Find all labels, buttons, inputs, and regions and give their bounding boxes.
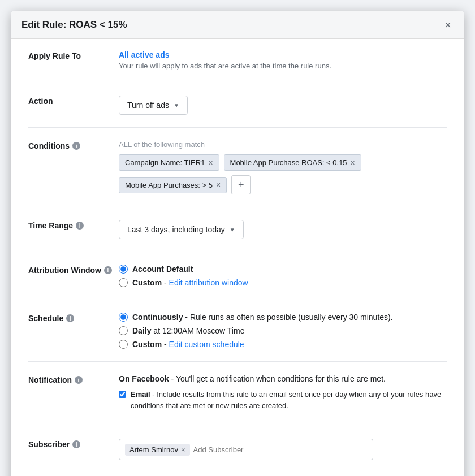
divider-7 (28, 426, 447, 426)
apply-rule-subtext: Your rule will apply to ads that are act… (119, 62, 447, 70)
schedule-daily-radio[interactable] (119, 326, 128, 335)
condition-tag-purchases-remove[interactable]: × (216, 181, 221, 189)
subscriber-tag-remove[interactable]: × (181, 445, 185, 454)
notification-row: Notification i On Facebook - You'll get … (28, 374, 447, 413)
notification-label: Notification i (28, 374, 119, 384)
time-range-content: Last 3 days, including today ▼ (119, 220, 447, 239)
subscriber-text-input[interactable] (193, 445, 367, 454)
attribution-window-options: Account Default Custom - Edit attributio… (119, 265, 447, 287)
divider-1 (28, 83, 447, 83)
subscriber-label: Subscriber i (28, 439, 119, 449)
notification-email-text: Email - Include results from this rule t… (131, 389, 447, 411)
modal-body: Apply Rule To All active ads Your rule w… (11, 39, 464, 476)
attribution-account-default-radio[interactable] (119, 265, 128, 274)
attribution-custom-radio[interactable] (119, 278, 128, 287)
close-button[interactable]: × (442, 19, 454, 31)
apply-rule-content: All active ads Your rule will apply to a… (119, 50, 447, 70)
modal-title: Edit Rule: ROAS < 15% (21, 19, 127, 31)
schedule-continuously-radio[interactable] (119, 313, 128, 322)
notification-info-icon[interactable]: i (75, 376, 83, 384)
divider-5 (28, 300, 447, 300)
condition-tag-purchases: Mobile App Purchases: > 5 × (119, 177, 227, 193)
condition-tags: Campaign Name: TIER1 × Mobile App Purcha… (119, 154, 447, 194)
action-dropdown[interactable]: Turn off ads ▼ (119, 96, 188, 115)
attribution-window-content: Account Default Custom - Edit attributio… (119, 265, 447, 287)
divider-3 (28, 207, 447, 207)
condition-tag-campaign-remove[interactable]: × (208, 159, 213, 167)
schedule-custom-link[interactable]: Edit custom schedule (169, 340, 244, 349)
schedule-content: Continuously - Rule runs as often as pos… (119, 313, 447, 349)
attribution-custom-option[interactable]: Custom - Edit attribution window (119, 278, 447, 287)
add-condition-button[interactable]: + (231, 175, 251, 194)
subscriber-content: Artem Smirnov × (119, 439, 447, 460)
notification-email-checkbox[interactable] (119, 390, 126, 399)
divider-6 (28, 361, 447, 362)
subscriber-tag: Artem Smirnov × (125, 444, 190, 456)
attribution-account-default-option[interactable]: Account Default (119, 265, 447, 274)
schedule-options: Continuously - Rule runs as often as pos… (119, 313, 447, 349)
attribution-custom-link[interactable]: Edit attribution window (169, 278, 248, 287)
subscriber-input-container[interactable]: Artem Smirnov × (119, 439, 373, 460)
schedule-label: Schedule i (28, 313, 119, 323)
schedule-continuously-label: Continuously - Rule runs as often as pos… (132, 313, 393, 322)
attribution-custom-label: Custom - Edit attribution window (132, 278, 248, 287)
conditions-content: ALL of the following match Campaign Name… (119, 140, 447, 194)
conditions-row: Conditions i ALL of the following match … (28, 140, 447, 194)
edit-rule-modal: Edit Rule: ROAS < 15% × Apply Rule To Al… (11, 11, 464, 476)
action-label: Action (28, 96, 119, 106)
conditions-sublabel: ALL of the following match (119, 140, 447, 149)
time-range-arrow: ▼ (230, 227, 235, 233)
schedule-continuously-option[interactable]: Continuously - Rule runs as often as pos… (119, 313, 447, 322)
schedule-custom-label: Custom - Edit custom schedule (132, 340, 244, 349)
divider-2 (28, 127, 447, 128)
conditions-info-icon[interactable]: i (72, 142, 80, 150)
attribution-window-row: Attribution Window i Account Default Cus… (28, 265, 447, 287)
action-content: Turn off ads ▼ (119, 96, 447, 115)
action-row: Action Turn off ads ▼ (28, 96, 447, 115)
schedule-custom-radio[interactable] (119, 340, 128, 349)
notification-email-row: Email - Include results from this rule t… (119, 389, 447, 411)
schedule-daily-option[interactable]: Daily at 12:00AM Moscow Time (119, 326, 447, 335)
subscriber-info-icon[interactable]: i (72, 440, 80, 448)
time-range-row: Time Range i Last 3 days, including toda… (28, 220, 447, 239)
schedule-daily-label: Daily at 12:00AM Moscow Time (132, 326, 244, 335)
divider-4 (28, 252, 447, 252)
divider-8 (28, 473, 447, 473)
subscriber-row: Subscriber i Artem Smirnov × (28, 439, 447, 460)
apply-rule-link[interactable]: All active ads (119, 50, 170, 59)
notification-content: On Facebook - You'll get a notification … (119, 374, 447, 413)
condition-tag-roas-remove[interactable]: × (351, 159, 355, 167)
time-range-info-icon[interactable]: i (76, 222, 84, 230)
apply-rule-label: Apply Rule To (28, 50, 119, 60)
notification-on-facebook: On Facebook - You'll get a notification … (119, 374, 447, 383)
schedule-info-icon[interactable]: i (66, 314, 74, 322)
apply-rule-row: Apply Rule To All active ads Your rule w… (28, 50, 447, 70)
schedule-row: Schedule i Continuously - Rule runs as o… (28, 313, 447, 349)
action-dropdown-arrow: ▼ (174, 102, 179, 109)
modal-header: Edit Rule: ROAS < 15% × (11, 11, 464, 39)
notification-section: On Facebook - You'll get a notification … (119, 374, 447, 411)
schedule-custom-option[interactable]: Custom - Edit custom schedule (119, 340, 447, 349)
conditions-label: Conditions i (28, 140, 119, 150)
time-range-dropdown[interactable]: Last 3 days, including today ▼ (119, 220, 244, 239)
condition-tag-roas: Mobile App Purchase ROAS: < 0.15 × (224, 154, 361, 171)
time-range-label: Time Range i (28, 220, 119, 230)
attribution-account-default-label: Account Default (132, 265, 193, 274)
attribution-window-label: Attribution Window i (28, 265, 119, 275)
attribution-window-info-icon[interactable]: i (104, 266, 112, 274)
condition-tag-campaign: Campaign Name: TIER1 × (119, 154, 219, 171)
